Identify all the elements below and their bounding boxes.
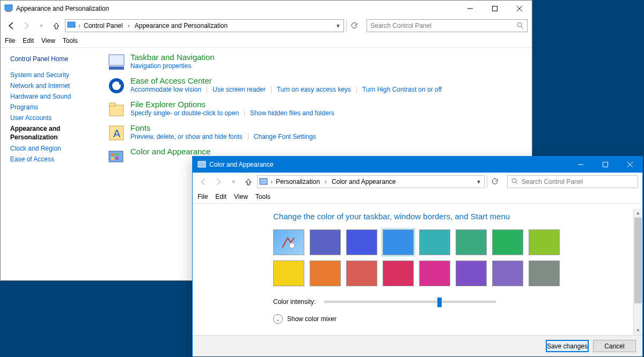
color-swatch[interactable] [492, 229, 523, 255]
address-bar[interactable]: Control Panel Appearance and Personaliza… [65, 19, 344, 32]
up-button[interactable] [50, 19, 63, 32]
maximize-button[interactable] [593, 157, 618, 173]
color-swatch[interactable] [529, 229, 560, 255]
color-swatch-automatic[interactable] [273, 229, 304, 255]
menu-tools[interactable]: Tools [255, 193, 270, 200]
category-taskbar-navigation: Taskbar and Navigation Navigation proper… [107, 53, 522, 72]
sidebar-item-home[interactable]: Control Panel Home [10, 54, 97, 64]
menu-file[interactable]: File [197, 193, 208, 200]
minimize-button[interactable] [458, 1, 482, 17]
intensity-slider[interactable] [324, 301, 496, 303]
color-swatch[interactable] [310, 229, 341, 255]
link-single-double-click[interactable]: Specify single- or double-click to open [130, 109, 244, 117]
svg-line-29 [516, 182, 518, 184]
sidebar-item-programs[interactable]: Programs [10, 102, 97, 113]
slider-thumb[interactable] [437, 298, 442, 307]
svg-rect-18 [111, 153, 114, 156]
link-use-screen-reader[interactable]: Use screen reader [207, 86, 271, 93]
scroll-up-button[interactable]: ▲ [634, 209, 642, 218]
sidebar-item-ease-access[interactable]: Ease of Access [10, 154, 97, 165]
show-color-mixer-toggle[interactable]: ⌄ Show color mixer [273, 314, 617, 324]
recent-locations-button[interactable]: ▾ [35, 19, 48, 32]
category-file-explorer-options: File Explorer Options Specify single- or… [107, 100, 522, 119]
color-swatch[interactable] [419, 229, 450, 255]
search-icon [511, 177, 518, 187]
save-changes-button[interactable]: Save changes [546, 340, 589, 352]
color-swatch[interactable] [273, 261, 304, 286]
menu-file[interactable]: File [5, 37, 15, 44]
breadcrumb-item[interactable]: Personalization [274, 178, 322, 185]
category-title[interactable]: Color and Appearance [130, 147, 210, 156]
titlebar[interactable]: Color and Appearance [193, 157, 642, 173]
up-button[interactable] [242, 175, 255, 188]
address-dropdown-button[interactable]: ▾ [333, 22, 343, 29]
page-heading: Change the color of your taskbar, window… [273, 212, 617, 221]
menu-view[interactable]: View [234, 193, 248, 200]
breadcrumb-item[interactable]: Control Panel [82, 22, 125, 29]
breadcrumb-item[interactable]: Color and Appearance [330, 178, 398, 185]
scroll-down-button[interactable]: ▼ [634, 326, 642, 335]
link-accommodate-low-vision[interactable]: Accommodate low vision [130, 86, 207, 93]
menu-view[interactable]: View [41, 37, 55, 44]
color-swatch[interactable] [346, 261, 377, 286]
color-swatch[interactable] [383, 229, 414, 255]
address-bar[interactable]: Personalization Color and Appearance ▾ [257, 175, 485, 188]
menu-tools[interactable]: Tools [63, 37, 78, 44]
color-swatch[interactable] [456, 229, 487, 255]
minimize-button[interactable] [568, 157, 593, 173]
forward-button[interactable] [20, 19, 33, 32]
link-turn-on-easy-access-keys[interactable]: Turn on easy access keys [271, 86, 356, 93]
close-button[interactable] [618, 157, 642, 173]
sidebar-item-user-accounts[interactable]: User Accounts [10, 113, 97, 123]
menu-edit[interactable]: Edit [215, 193, 226, 200]
svg-rect-0 [5, 5, 12, 10]
menu-edit[interactable]: Edit [23, 37, 34, 44]
category-title[interactable]: Fonts [130, 123, 321, 132]
scrollbar-thumb[interactable] [634, 218, 642, 303]
vertical-scrollbar[interactable]: ▲ ▼ [633, 209, 642, 335]
maximize-button[interactable] [482, 1, 507, 17]
crumb-sep-icon[interactable] [77, 22, 82, 29]
forward-button[interactable] [212, 175, 225, 188]
breadcrumb-item[interactable]: Appearance and Personalization [133, 22, 230, 29]
svg-point-7 [517, 23, 522, 27]
nav-row: ▾ Personalization Color and Appearance ▾… [193, 173, 642, 191]
color-swatch[interactable] [529, 261, 560, 286]
link-navigation-properties[interactable]: Navigation properties [130, 62, 196, 70]
svg-rect-22 [198, 161, 206, 167]
link-turn-high-contrast[interactable]: Turn High Contrast on or off [356, 86, 447, 93]
address-dropdown-button[interactable]: ▾ [473, 178, 484, 185]
color-swatch[interactable] [456, 261, 487, 286]
color-swatch[interactable] [346, 229, 377, 255]
sidebar-item-hardware-sound[interactable]: Hardware and Sound [10, 91, 97, 102]
category-title[interactable]: Ease of Access Center [130, 76, 447, 85]
crumb-sep-icon[interactable] [324, 178, 328, 185]
refresh-button[interactable] [346, 19, 361, 32]
category-title[interactable]: File Explorer Options [130, 100, 340, 109]
color-swatch[interactable] [492, 261, 523, 286]
link-change-font-settings[interactable]: Change Font Settings [248, 133, 321, 140]
search-input[interactable]: Search Control Panel [507, 175, 638, 188]
titlebar[interactable]: Appearance and Personalization [1, 1, 532, 17]
sidebar-item-appearance-personalization[interactable]: Appearance andPersonalization [10, 123, 97, 143]
sidebar-item-clock-region[interactable]: Clock and Region [10, 143, 97, 154]
back-button[interactable] [5, 19, 18, 32]
crumb-sep-icon[interactable] [127, 22, 131, 29]
link-show-hidden-files[interactable]: Show hidden files and folders [244, 109, 340, 117]
link-preview-fonts[interactable]: Preview, delete, or show and hide fonts [130, 133, 248, 140]
back-button[interactable] [197, 175, 210, 188]
svg-rect-24 [603, 162, 608, 167]
category-title[interactable]: Taskbar and Navigation [130, 53, 215, 62]
cancel-button[interactable]: Cancel [593, 340, 636, 352]
refresh-button[interactable] [487, 175, 502, 188]
color-swatch[interactable] [419, 261, 450, 286]
sidebar-item-system-security[interactable]: System and Security [10, 70, 97, 80]
category-fonts: A Fonts Preview, delete, or show and hid… [107, 123, 522, 143]
sidebar-item-network-internet[interactable]: Network and Internet [10, 80, 97, 91]
recent-locations-button[interactable]: ▾ [227, 175, 240, 188]
crumb-sep-icon[interactable] [269, 178, 274, 185]
search-input[interactable]: Search Control Panel [367, 19, 528, 32]
color-swatch[interactable] [383, 261, 414, 286]
close-button[interactable] [507, 1, 532, 17]
color-swatch[interactable] [310, 261, 341, 286]
